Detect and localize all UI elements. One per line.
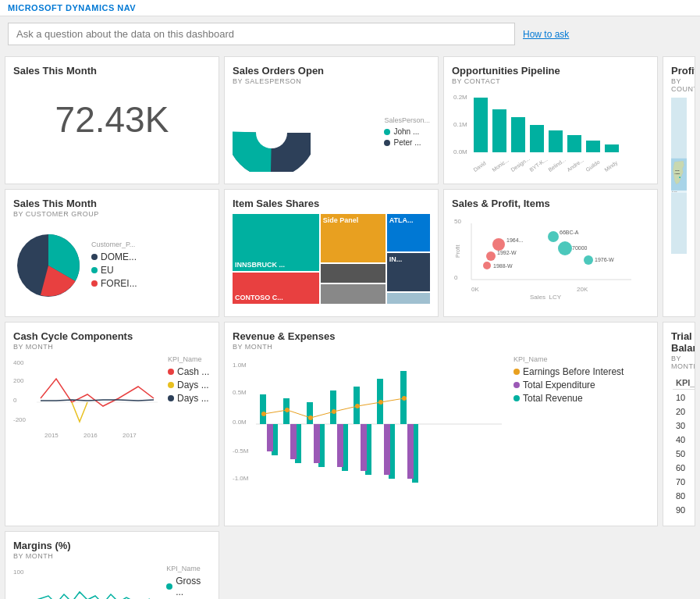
sp-title: Sales & Profit, Items: [452, 198, 649, 209]
table-row: 90: [673, 504, 695, 516]
in-block: IN...: [387, 253, 430, 291]
how-to-ask-link[interactable]: How to ask: [523, 29, 569, 40]
sales-customer-group-card: Sales This Month BY CUSTOMER GROUP Custo…: [5, 189, 219, 317]
atla-block: ATLA...: [387, 214, 430, 251]
trial-table-body: 10 20 30 40 50 60 70 80 90: [673, 391, 695, 516]
small-block1: [321, 264, 386, 283]
tb-title: Trial Balance: [671, 330, 687, 354]
mg-svg: 100 0: [13, 565, 160, 599]
search-input[interactable]: [8, 23, 515, 45]
svg-text:1976-W: 1976-W: [595, 257, 614, 262]
mg-title: Margins (%): [13, 540, 211, 551]
legend-total-exp: Total Expenditure: [513, 380, 624, 390]
svg-text:-1.0M: -1.0M: [233, 475, 249, 482]
point-70000: [558, 241, 572, 255]
svg-rect-63: [330, 390, 336, 424]
dashboard: Sales This Month 72.43K Sales Orders Ope…: [0, 52, 700, 599]
table-row: 10: [673, 391, 695, 404]
row-40: 40: [673, 433, 695, 446]
table-row: 70: [673, 476, 695, 488]
legend-dome: DOME...: [91, 251, 137, 262]
sales-cg-pie: [13, 230, 84, 301]
cc-svg: 400 200 0 -200 2015 2016 2017: [13, 355, 162, 441]
sp-svg: 50 0 Profit 0K 20K Sales_LCY 1964... 199…: [452, 209, 639, 299]
svg-rect-9: [530, 125, 544, 152]
svg-rect-12: [586, 141, 600, 152]
svg-rect-77: [407, 424, 414, 479]
legend-days1: Days ...: [168, 380, 209, 390]
days1-dot: [168, 382, 174, 388]
innsbruck-block: INNSBRUCK ...: [233, 214, 319, 271]
sales-profit-card: Sales & Profit, Items 50 0 Profit 0K 20K…: [443, 189, 658, 317]
row-80: 80: [673, 490, 695, 502]
svg-text:2015: 2015: [44, 432, 59, 439]
svg-text:0K: 0K: [471, 286, 479, 293]
svg-rect-13: [605, 144, 619, 152]
svg-text:AMER: AMER: [674, 173, 680, 175]
legend-total-rev: Total Revenue: [513, 393, 624, 404]
mg-chart-area: 100 0 KPI_Name Gross ... Opera...: [13, 565, 211, 599]
svg-rect-6: [474, 98, 488, 152]
svg-text:0: 0: [13, 397, 17, 404]
svg-text:0.0M: 0.0M: [453, 148, 467, 155]
table-row: 80: [673, 490, 695, 502]
svg-rect-72: [290, 424, 297, 459]
john-dot: [384, 129, 390, 135]
re-subtitle: BY MONTH: [233, 343, 649, 351]
cc-subtitle: BY MONTH: [13, 343, 211, 351]
treemap-container: INNSBRUCK ... CONTOSO C... Side Panel: [233, 214, 430, 304]
svg-text:1.0M: 1.0M: [233, 362, 247, 369]
re-chart-area: 1.0M 0.5M 0.0M -0.5M -1.0M: [233, 355, 649, 488]
row-30: 30: [673, 419, 695, 432]
sp-chart: 50 0 Profit 0K 20K Sales_LCY 1964... 199…: [452, 209, 649, 295]
cash-label: Cash ...: [177, 366, 209, 377]
re-kpi-label: KPI_Name: [513, 355, 624, 363]
dome-dot: [91, 254, 98, 260]
table-row: 40: [673, 433, 695, 446]
profitability-map: NOR AMER ⊕ bing: [671, 98, 687, 254]
svg-point-25: [679, 176, 680, 178]
sales-value: 72.43K: [13, 77, 211, 162]
row-50: 50: [673, 447, 695, 460]
side-panel-block: Side Panel: [321, 214, 386, 262]
peter-label: Peter ...: [393, 138, 421, 147]
margins-card: Margins (%) BY MONTH 100 0 KPI_Name Gros…: [5, 531, 219, 599]
sales-cg-subtitle: BY CUSTOMER GROUP: [13, 210, 211, 218]
svg-text:David: David: [472, 160, 487, 172]
svg-text:70000: 70000: [572, 245, 588, 251]
svg-text:0.0M: 0.0M: [233, 419, 247, 426]
mg-legend: KPI_Name Gross ... Opera...: [166, 565, 211, 599]
tiny-block: [387, 293, 430, 304]
re-legend: KPI_Name Earnings Before Interest Total …: [513, 355, 624, 488]
search-bar-row: How to ask: [0, 16, 700, 52]
svg-text:1988-W: 1988-W: [493, 263, 513, 269]
in-label: IN...: [389, 255, 403, 263]
svg-text:400: 400: [13, 359, 24, 366]
point-1964: [492, 238, 505, 251]
cc-legend: KPI_Name Cash ... Days ... Days ...: [168, 355, 209, 441]
tb-col-header: KPI_Code: [673, 376, 695, 390]
svg-text:Mindy: Mindy: [603, 159, 619, 172]
trial-table: KPI_Code 10 20 30 40 50 60 70 80 90: [671, 375, 695, 518]
ebi-dot: [513, 369, 520, 375]
row-90: 90: [673, 504, 695, 516]
sales-this-month-card: Sales This Month 72.43K: [5, 56, 219, 184]
svg-rect-7: [492, 109, 506, 152]
svg-text:Profit: Profit: [455, 245, 460, 258]
customer-p-label: Customer_P...: [91, 241, 137, 248]
opp-title: Opportunities Pipeline: [452, 65, 649, 77]
eu-dot: [91, 267, 98, 273]
svg-rect-11: [567, 135, 581, 152]
top-bar: MICROSOFT DYNAMICS NAV: [0, 0, 700, 16]
eu-label: EU: [101, 265, 114, 276]
forei-label: FOREI...: [101, 278, 137, 289]
svg-text:2017: 2017: [123, 432, 137, 439]
sales-orders-subtitle: BY SALESPERSON: [233, 77, 430, 85]
profitability-title: Profitability: [671, 65, 687, 77]
svg-text:NOR: NOR: [675, 169, 680, 172]
cash-dot: [168, 369, 174, 375]
profitability-card: Profitability BY COUNTRY NOR AMER ⊕ bing: [663, 56, 695, 317]
item-sales-card: Item Sales Shares INNSBRUCK ... CONTOSO …: [224, 189, 439, 317]
row-70: 70: [673, 476, 695, 488]
revenue-expenses-card: Revenue & Expenses BY MONTH 1.0M 0.5M 0.…: [224, 322, 658, 526]
